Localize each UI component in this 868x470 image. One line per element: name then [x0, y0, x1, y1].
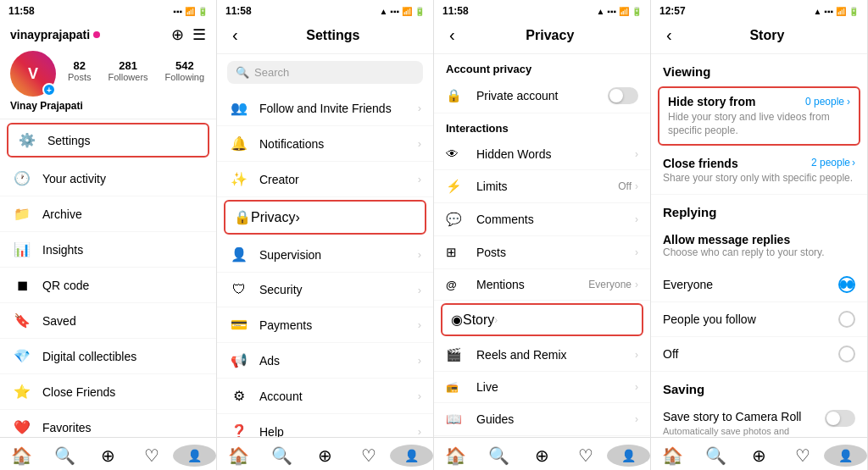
- nav-profile-2[interactable]: 👤: [390, 445, 433, 467]
- nav-search-4[interactable]: 🔍: [694, 445, 737, 467]
- private-account-icon: 🔒: [446, 88, 466, 103]
- privacy-mentions[interactable]: @ Mentions Everyone ›: [434, 269, 650, 301]
- viewing-section: Viewing: [651, 54, 867, 84]
- close-friends-item[interactable]: Close friends 2 people › Share your stor…: [651, 148, 867, 195]
- avatar-plus[interactable]: +: [42, 83, 56, 97]
- nav-search-1[interactable]: 🔍: [43, 445, 86, 467]
- nav-add-4[interactable]: ⊕: [737, 445, 781, 467]
- menu-icon[interactable]: ☰: [192, 25, 206, 44]
- settings-privacy[interactable]: 🔒 Privacy ›: [224, 200, 426, 235]
- settings-back-button[interactable]: ‹: [227, 24, 243, 47]
- privacy-comments[interactable]: 💬 Comments ›: [434, 203, 650, 236]
- settings-header: ‹ Settings: [217, 20, 433, 54]
- settings-security[interactable]: 🛡 Security ›: [217, 273, 433, 307]
- settings-ads[interactable]: 📢 Ads ›: [217, 343, 433, 379]
- private-account-toggle[interactable]: [608, 87, 638, 104]
- hide-story-item[interactable]: Hide story from 0 people › Hide your sto…: [658, 86, 860, 146]
- privacy-hidden-words[interactable]: 👁 Hidden Words ›: [434, 138, 650, 170]
- reply-off[interactable]: Off: [651, 337, 867, 372]
- settings-help[interactable]: ❓ Help ›: [217, 414, 433, 437]
- menu-item-insights[interactable]: 📊 Insights: [0, 232, 216, 268]
- profile-header: vinayprajapati ⊕ ☰ V + 82 Posts 281 Foll: [0, 20, 216, 119]
- limits-icon: ⚡: [446, 179, 466, 194]
- add-icon[interactable]: ⊕: [171, 25, 184, 44]
- account-icon: ⚙: [229, 388, 249, 404]
- nav-home-2[interactable]: 🏠: [217, 445, 260, 467]
- nav-heart-2[interactable]: ♡: [347, 445, 390, 467]
- saved-icon: 🔖: [12, 312, 32, 329]
- privacy-posts[interactable]: ⊞ Posts ›: [434, 236, 650, 269]
- privacy-story[interactable]: ◉ Story ›: [441, 303, 643, 336]
- privacy-back-button[interactable]: ‹: [444, 24, 460, 47]
- supervision-icon: 👤: [229, 246, 249, 263]
- privacy-guides[interactable]: 📖 Guides ›: [434, 403, 650, 436]
- insights-icon: 📊: [12, 241, 32, 257]
- settings-creator[interactable]: ✨ Creator ›: [217, 162, 433, 197]
- settings-title: Settings: [243, 28, 423, 43]
- nav-heart-3[interactable]: ♡: [564, 445, 607, 467]
- reply-follow[interactable]: People you follow: [651, 302, 867, 337]
- settings-supervision[interactable]: 👤 Supervision ›: [217, 237, 433, 273]
- settings-account[interactable]: ⚙ Account ›: [217, 379, 433, 414]
- allow-replies-item: Allow message replies Choose who can rep…: [651, 224, 867, 268]
- nav-heart-1[interactable]: ♡: [130, 445, 173, 467]
- nav-profile-3[interactable]: 👤: [607, 445, 650, 467]
- hide-story-chevron: ›: [847, 96, 850, 108]
- verified-dot: [93, 31, 100, 38]
- nav-profile-1[interactable]: 👤: [173, 445, 216, 467]
- nav-add-3[interactable]: ⊕: [520, 445, 564, 467]
- settings-payments[interactable]: 💳 Payments ›: [217, 307, 433, 343]
- wifi-icon-4: 📶: [836, 7, 846, 16]
- nav-home-3[interactable]: 🏠: [434, 445, 477, 467]
- ads-icon: 📢: [229, 352, 249, 368]
- menu-item-close-friends[interactable]: ⭐ Close Friends: [0, 374, 216, 410]
- close-friends-title: Close friends: [663, 157, 738, 170]
- story-header: ‹ Story: [651, 20, 867, 54]
- menu-item-qr[interactable]: ◼ QR code: [0, 268, 216, 303]
- privacy-reels[interactable]: 🎬 Reels and Remix ›: [434, 339, 650, 372]
- reply-follow-radio[interactable]: [838, 311, 855, 328]
- archive-icon: 📁: [12, 206, 32, 222]
- privacy-limits[interactable]: ⚡ Limits Off ›: [434, 170, 650, 203]
- nav-add-1[interactable]: ⊕: [86, 445, 130, 467]
- nav-add-2[interactable]: ⊕: [303, 445, 347, 467]
- reply-off-radio[interactable]: [838, 346, 855, 362]
- menu-item-archive[interactable]: 📁 Archive: [0, 196, 216, 232]
- menu-item-favorites[interactable]: ❤️ Favorites: [0, 410, 216, 437]
- nav-home-1[interactable]: 🏠: [0, 445, 43, 467]
- privacy-live[interactable]: 📻 Live ›: [434, 372, 650, 403]
- notifications-icon: 🔔: [229, 135, 249, 152]
- menu-item-activity[interactable]: 🕐 Your activity: [0, 161, 216, 196]
- settings-follow[interactable]: 👥 Follow and Invite Friends ›: [217, 91, 433, 126]
- account-privacy-section: Account privacy: [434, 54, 650, 79]
- reply-everyone-label: Everyone: [663, 278, 713, 291]
- nav-profile-4[interactable]: 👤: [824, 445, 867, 467]
- menu-item-saved[interactable]: 🔖 Saved: [0, 303, 216, 339]
- status-bar-2: 11:58 ▲ ▪▪▪ 📶 🔋: [217, 0, 433, 20]
- nav-home-4[interactable]: 🏠: [651, 445, 694, 467]
- privacy-private-account[interactable]: 🔒 Private account: [434, 79, 650, 113]
- guides-icon: 📖: [446, 412, 466, 427]
- settings-search-box[interactable]: 🔍 Search: [227, 61, 423, 84]
- reply-everyone-radio[interactable]: [838, 276, 855, 293]
- save-story-toggle[interactable]: [825, 410, 855, 427]
- favorites-icon: ❤️: [12, 419, 32, 435]
- menu-item-settings[interactable]: ⚙️ Settings: [7, 123, 209, 158]
- save-story-text: Save story to Camera Roll Automatically …: [663, 410, 815, 437]
- nav-heart-4[interactable]: ♡: [781, 445, 824, 467]
- creator-icon: ✨: [229, 171, 249, 187]
- settings-notifications[interactable]: 🔔 Notifications ›: [217, 126, 433, 162]
- mentions-icon: @: [446, 279, 466, 291]
- status-bar-3: 11:58 ▲ ▪▪▪ 📶 🔋: [434, 0, 650, 20]
- time-4: 12:57: [659, 5, 686, 17]
- nav-search-2[interactable]: 🔍: [260, 445, 303, 467]
- nav-search-3[interactable]: 🔍: [477, 445, 520, 467]
- story-back-button[interactable]: ‹: [661, 24, 677, 47]
- close-friends-icon: ⭐: [12, 384, 32, 400]
- menu-item-collectibles[interactable]: 💎 Digital collectibles: [0, 339, 216, 374]
- reply-everyone[interactable]: Everyone: [651, 268, 867, 302]
- activity-icon: 🕐: [12, 170, 32, 186]
- bottom-nav-4: 🏠 🔍 ⊕ ♡ 👤: [651, 437, 867, 470]
- profile-actions[interactable]: ⊕ ☰: [171, 25, 206, 44]
- allow-replies-title: Allow message replies: [663, 233, 855, 246]
